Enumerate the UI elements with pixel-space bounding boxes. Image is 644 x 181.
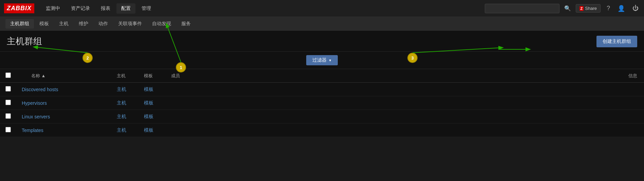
col-header-name[interactable]: 名称 ▲ [18, 69, 113, 83]
link-hosts-0[interactable]: 主机 [117, 86, 126, 92]
nav-item-admin[interactable]: 管理 [137, 3, 156, 14]
page-title: 主机群组 [7, 35, 42, 47]
link-templates[interactable]: Templates [22, 128, 43, 133]
cell-name-1: Hypervisors [18, 96, 113, 110]
row-checkbox-3[interactable] [5, 127, 11, 132]
help-icon[interactable]: ? [605, 3, 611, 13]
link-linux-servers[interactable]: Linux servers [22, 114, 50, 119]
second-navigation: 主机群组 模板 主机 维护 动作 关联项事件 自动发现 服务 [0, 17, 644, 31]
page-header: 主机群组 创建主机群组 [0, 31, 644, 52]
nav-actions[interactable]: 动作 [94, 19, 113, 29]
nav-maintenance[interactable]: 维护 [74, 19, 93, 29]
row-checkbox-2[interactable] [5, 113, 11, 119]
cell-templates-2: 模板 [140, 110, 167, 124]
cell-templates-1: 模板 [140, 96, 167, 110]
link-discovered-hosts[interactable]: Discovered hosts [22, 87, 58, 92]
col-header-templates: 模板 [140, 69, 167, 83]
table-row: Discovered hosts 主机 模板 [0, 83, 644, 96]
cell-info-2 [194, 110, 644, 124]
cell-members-0 [167, 83, 194, 96]
cell-info-0 [194, 83, 644, 96]
user-icon[interactable]: 👤 [616, 3, 626, 14]
nav-item-assets[interactable]: 资产记录 [66, 3, 95, 14]
cell-members-2 [167, 110, 194, 124]
zabbix-share-icon: Z [579, 6, 584, 11]
cell-members-3 [167, 124, 194, 137]
table-container: 名称 ▲ 主机 模板 成员 信息 [0, 69, 644, 137]
filter-button[interactable]: 过滤器 ▼ [306, 55, 338, 65]
host-groups-table: 名称 ▲ 主机 模板 成员 信息 [0, 69, 644, 137]
table-header-row: 名称 ▲ 主机 模板 成员 信息 [0, 69, 644, 83]
share-button[interactable]: Z Share [576, 4, 601, 13]
nav-item-monitor[interactable]: 监测中 [41, 3, 65, 14]
cell-hosts-3: 主机 [113, 124, 140, 137]
cell-members-1 [167, 96, 194, 110]
table-row: Hypervisors 主机 模板 [0, 96, 644, 110]
nav-item-config[interactable]: 配置 [116, 3, 135, 14]
nav-hosts[interactable]: 主机 [54, 19, 73, 29]
cell-info-1 [194, 96, 644, 110]
top-nav-items: 监测中 资产记录 报表 配置 管理 [41, 3, 485, 14]
table-row: Linux servers 主机 模板 [0, 110, 644, 124]
cell-info-3 [194, 124, 644, 137]
select-all-checkbox[interactable] [5, 72, 11, 78]
link-hosts-1[interactable]: 主机 [117, 100, 126, 105]
nav-item-reports[interactable]: 报表 [96, 3, 115, 14]
link-templates-3[interactable]: 模板 [144, 127, 153, 133]
search-icon[interactable]: 🔍 [564, 5, 571, 12]
cell-templates-0: 模板 [140, 83, 167, 96]
table-row: Templates 主机 模板 [0, 124, 644, 137]
logo[interactable]: ZABBIX [4, 3, 34, 13]
cell-hosts-0: 主机 [113, 83, 140, 96]
nav-autodiscovery[interactable]: 自动发现 [147, 19, 176, 29]
cell-name-0: Discovered hosts [18, 83, 113, 96]
row-checkbox-1[interactable] [5, 100, 11, 105]
cell-hosts-2: 主机 [113, 110, 140, 124]
nav-correlation[interactable]: 关联项事件 [113, 19, 147, 29]
top-navigation: ZABBIX 监测中 资产记录 报表 配置 管理 🔍 Z Share ? 👤 ⏻ [0, 0, 644, 17]
cell-name-3: Templates [18, 124, 113, 137]
link-templates-1[interactable]: 模板 [144, 100, 153, 105]
cell-templates-3: 模板 [140, 124, 167, 137]
cell-name-2: Linux servers [18, 110, 113, 124]
row-checkbox-0[interactable] [5, 86, 11, 92]
col-header-members: 成员 [167, 69, 194, 83]
cell-hosts-1: 主机 [113, 96, 140, 110]
link-hosts-3[interactable]: 主机 [117, 127, 126, 133]
top-nav-right: 🔍 Z Share ? 👤 ⏻ [485, 3, 640, 14]
create-host-group-button[interactable]: 创建主机群组 [596, 36, 637, 47]
col-header-info: 信息 [194, 69, 644, 83]
link-templates-0[interactable]: 模板 [144, 86, 153, 92]
nav-templates[interactable]: 模板 [35, 19, 54, 29]
nav-host-groups[interactable]: 主机群组 [5, 19, 34, 29]
filter-row: 过滤器 ▼ [0, 52, 644, 69]
power-icon[interactable]: ⏻ [631, 3, 640, 13]
link-templates-2[interactable]: 模板 [144, 114, 153, 119]
filter-arrow-icon: ▼ [329, 59, 332, 62]
link-hypervisors[interactable]: Hypervisors [22, 100, 47, 106]
link-hosts-2[interactable]: 主机 [117, 114, 126, 119]
search-input[interactable] [485, 4, 559, 13]
nav-services[interactable]: 服务 [177, 19, 196, 29]
col-header-hosts: 主机 [113, 69, 140, 83]
